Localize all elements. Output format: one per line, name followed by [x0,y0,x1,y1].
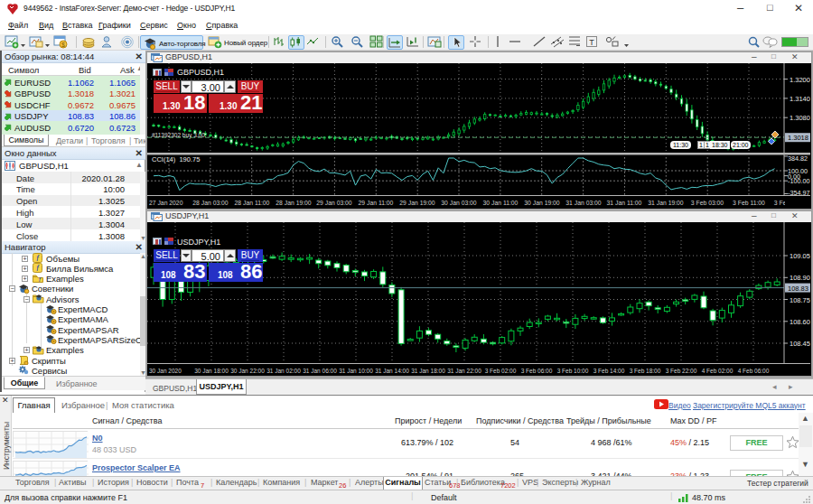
svg-text:29 Jan 11:00: 29 Jan 11:00 [359,200,394,206]
svg-text:109.05: 109.05 [790,252,810,260]
svg-text:28 Jan 03:00: 28 Jan 03:00 [192,200,229,206]
svg-text:31 Jan 03:00: 31 Jan 03:00 [565,200,602,206]
svg-text:30 Jan 03:00: 30 Jan 03:00 [441,200,477,206]
svg-text:3 Feb 11:00: 3 Feb 11:00 [733,200,765,206]
svg-text:1.3018: 1.3018 [788,134,808,142]
svg-text:3 Feb 03:00: 3 Feb 03:00 [691,200,724,206]
svg-text:384.82: 384.82 [788,154,808,163]
svg-text:1.3080: 1.3080 [790,114,810,122]
svg-text:31 Jan 14:00: 31 Jan 14:00 [375,368,409,374]
svg-text:31 Jan 19:00: 31 Jan 19:00 [648,200,684,206]
svg-text:$: $ [61,42,65,48]
svg-text:3 Feb 14:00: 3 Feb 14:00 [593,368,625,374]
svg-text:31 Jan 18:00: 31 Jan 18:00 [411,368,445,374]
svg-text:31 Jan 10:00: 31 Jan 10:00 [339,368,373,374]
svg-text:-100.00: -100.00 [788,177,809,185]
svg-text:28 Jan 11:00: 28 Jan 11:00 [235,200,270,206]
svg-text:31 Jan 06:00: 31 Jan 06:00 [303,368,337,374]
svg-text:30 Jan 19:00: 30 Jan 19:00 [524,200,560,206]
svg-text:3 Feb 06:00: 3 Feb 06:00 [521,368,553,374]
svg-text:108.45: 108.45 [790,340,810,348]
svg-text:3 Feb 18:00: 3 Feb 18:00 [630,368,661,374]
svg-text:3 Feb 02:00: 3 Feb 02:00 [485,368,517,374]
svg-text:108.75: 108.75 [790,296,810,304]
svg-text:3 Feb 22:00: 3 Feb 22:00 [666,368,697,374]
svg-text:31 Jan 11:00: 31 Jan 11:00 [607,200,642,206]
svg-text:T: T [589,38,594,47]
svg-text:31 Jan 22:00: 31 Jan 22:00 [447,368,481,374]
svg-text:29 Jan 19:00: 29 Jan 19:00 [399,200,435,206]
svg-text:30 Jan 22:00: 30 Jan 22:00 [230,368,265,374]
svg-text:108.60: 108.60 [790,318,810,326]
svg-text:1.3200: 1.3200 [790,76,810,84]
svg-text:30 Jan 2020: 30 Jan 2020 [149,368,182,374]
svg-text:31 Jan 02:00: 31 Jan 02:00 [266,368,301,374]
svg-text:29 Jan 03:00: 29 Jan 03:00 [316,200,352,206]
svg-text:30 Jan 18:00: 30 Jan 18:00 [194,368,229,374]
svg-text:30 Jan 11:00: 30 Jan 11:00 [483,200,519,206]
svg-text:4 Feb 06:00: 4 Feb 06:00 [738,368,770,374]
svg-text:27 Jan 2020: 27 Jan 2020 [149,200,183,206]
svg-text:28 Jan 19:00: 28 Jan 19:00 [276,200,312,206]
svg-text:108.90: 108.90 [790,274,810,282]
svg-text:1.3140: 1.3140 [790,95,810,103]
svg-text:-354.97: -354.97 [788,189,809,197]
svg-text:3 Feb 10:00: 3 Feb 10:00 [557,368,589,374]
svg-text:4 Feb 02:00: 4 Feb 02:00 [702,368,734,374]
svg-text:108.83: 108.83 [788,285,808,293]
